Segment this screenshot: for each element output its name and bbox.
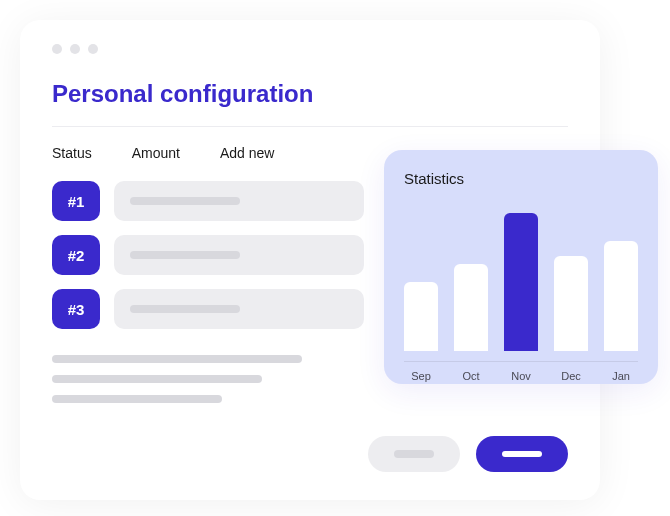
bar-label: Nov — [504, 370, 538, 382]
bar-label: Jan — [604, 370, 638, 382]
action-buttons — [368, 436, 568, 472]
col-amount: Amount — [132, 145, 180, 161]
bar-labels: SepOctNovDecJan — [404, 361, 638, 382]
row-card[interactable] — [114, 235, 364, 275]
status-badge: #3 — [52, 289, 100, 329]
traffic-dot-icon — [88, 44, 98, 54]
placeholder-line — [52, 375, 262, 383]
placeholder-line — [52, 395, 222, 403]
page-title: Personal configuration — [52, 80, 568, 108]
statistics-card: Statistics SepOctNovDecJan — [384, 150, 658, 384]
bar[interactable] — [404, 282, 438, 351]
placeholder-line — [130, 251, 240, 259]
divider — [52, 126, 568, 127]
status-badge: #2 — [52, 235, 100, 275]
bar-label: Sep — [404, 370, 438, 382]
stats-title: Statistics — [404, 170, 638, 187]
bar[interactable] — [454, 264, 488, 351]
traffic-dot-icon — [52, 44, 62, 54]
placeholder-line — [130, 305, 240, 313]
bar-chart — [404, 201, 638, 351]
bar[interactable] — [554, 256, 588, 351]
cancel-button[interactable] — [368, 436, 460, 472]
row-card[interactable] — [114, 289, 364, 329]
col-status: Status — [52, 145, 92, 161]
submit-button[interactable] — [476, 436, 568, 472]
traffic-dot-icon — [70, 44, 80, 54]
bar[interactable] — [604, 241, 638, 351]
bar[interactable] — [504, 213, 538, 351]
row-card[interactable] — [114, 181, 364, 221]
bar-label: Dec — [554, 370, 588, 382]
placeholder-line — [52, 355, 302, 363]
col-add-new[interactable]: Add new — [220, 145, 274, 161]
bar-label: Oct — [454, 370, 488, 382]
status-badge: #1 — [52, 181, 100, 221]
placeholder-line — [130, 197, 240, 205]
window-controls — [52, 44, 568, 54]
